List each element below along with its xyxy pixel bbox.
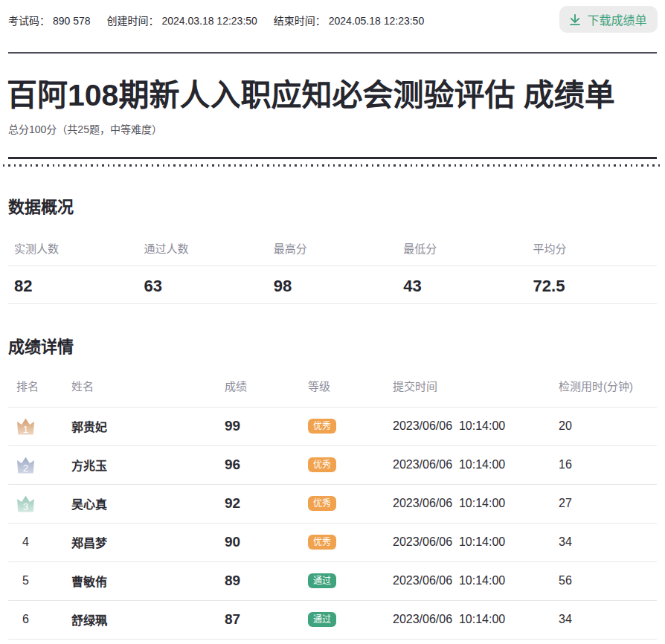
svg-text:3: 3	[23, 500, 28, 512]
svg-text:2: 2	[23, 462, 28, 473]
svg-text:1: 1	[23, 423, 28, 434]
